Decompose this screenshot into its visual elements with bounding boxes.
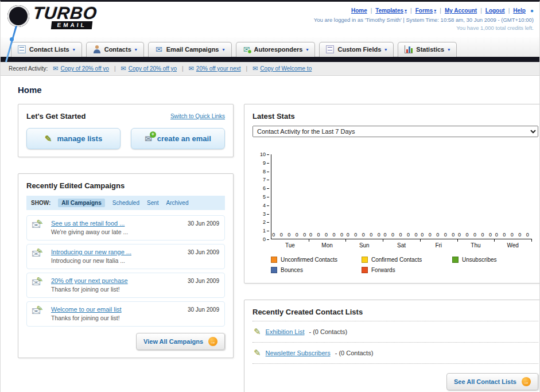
envelope-pencil-icon: ✉✎ (32, 306, 45, 317)
separator: | (182, 65, 184, 72)
envelope-icon: ✉ (189, 65, 194, 72)
envelope-icon: ✉ (121, 65, 126, 72)
pencil-icon: ✎ (254, 327, 261, 337)
separator: | (508, 7, 510, 14)
app-logo: TURBO EMAIL (7, 5, 97, 35)
top-link-my-account[interactable]: My Account (445, 7, 477, 14)
latest-stats-panel: Latest Stats Contact Activity for the La… (244, 104, 540, 284)
contact-lists-items: ✎ Exhibition List - (0 Contacts) ✎ Newsl… (252, 321, 538, 364)
tab-sent[interactable]: Sent (147, 200, 159, 206)
campaigns-panel: Recently Edited Campaigns SHOW: All Camp… (18, 173, 234, 358)
nav-tab-contact-lists[interactable]: Contact Lists ▾ (11, 42, 82, 57)
campaign-date: 30 Jun 2009 (188, 306, 219, 313)
login-info: You are logged in as 'Timothy Smith' | S… (314, 17, 534, 23)
page-title: Home (18, 85, 522, 95)
chart-group: 0 0 0 0 0Tue (271, 154, 309, 239)
recent-activity-item[interactable]: ✉ Copy of 20% off yo (53, 65, 109, 72)
contact-lists-title: Recently Created Contact Lists (252, 308, 538, 316)
nav-tab-statistics[interactable]: Statistics ▾ (398, 42, 457, 57)
chart-group: 0 0 0 0 0Sat (383, 154, 420, 239)
top-link-logout[interactable]: Logout (485, 7, 505, 14)
envelope-pencil-icon: ✉✎ (32, 220, 45, 231)
logo-sub: EMAIL (51, 21, 93, 29)
legend-item: Unconfirmed Contacts (271, 257, 357, 263)
campaign-row: ✉✎ Welcome to our email list Thanks for … (26, 301, 225, 327)
campaign-link[interactable]: 20% off your next purchase (51, 277, 128, 284)
chart-group: 0 0 0 0 0Sun (345, 154, 383, 239)
tab-all-campaigns[interactable]: All Campaigns (58, 199, 104, 207)
envelope-pencil-icon: ✉✎ (32, 249, 45, 260)
campaigns-filter-bar: SHOW: All Campaigns Scheduled Sent Archi… (26, 196, 225, 210)
arrow-right-icon: → (522, 377, 531, 386)
contact-lists-icon (18, 45, 26, 53)
legend-item: Confirmed Contacts (362, 257, 448, 263)
create-email-button[interactable]: ✉+ create an email (131, 128, 225, 149)
contacts-icon (93, 45, 101, 53)
logo-main: TURBO (32, 5, 98, 21)
chevron-down-icon: ▾ (222, 47, 224, 52)
recent-activity-item[interactable]: ✉ Copy of Welcome to (252, 65, 312, 72)
campaign-link[interactable]: See us at the retail food ... (51, 220, 125, 227)
chart-group: 0 0 0 0 0Fri (420, 154, 457, 239)
campaign-subtitle: Thanks for joining our list! (51, 315, 122, 321)
top-link-forms[interactable]: Forms▾ (415, 7, 437, 14)
envelope-icon: ✉ (53, 65, 58, 72)
campaign-subtitle: Thanks for joining our list! (51, 286, 128, 293)
view-all-campaigns-button[interactable]: View All Campaigns → (136, 333, 225, 350)
contact-list-link[interactable]: Newsletter Subscribers (266, 350, 331, 356)
tab-archived[interactable]: Archived (166, 200, 189, 206)
latest-stats-title: Latest Stats (252, 112, 538, 121)
envelope-plus-icon: ✉+ (145, 134, 152, 144)
recent-activity-bar: Recent Activity: ✉ Copy of 20% off yo | … (1, 62, 539, 76)
tab-scheduled[interactable]: Scheduled (112, 200, 139, 206)
recent-activity-item[interactable]: ✉ 20% off your next (189, 65, 241, 72)
main-content: Home Let's Get Started Switch to Quick L… (1, 76, 539, 392)
nav-tab-email-campaigns[interactable]: ✉ Email Campaigns ▾ (148, 42, 232, 57)
top-links: Home | Templates▾ | Forms▾ | My Account … (314, 7, 534, 14)
legend-item: Bounces (271, 267, 357, 273)
speedometer-icon (7, 5, 29, 27)
campaign-date: 30 Jun 2009 (188, 278, 219, 284)
top-link-home[interactable]: Home (351, 7, 367, 14)
chevron-down-icon: ▾ (405, 8, 407, 13)
separator: | (480, 7, 482, 14)
contact-activity-chart: 109876543210 0 0 0 0 0Tue0 0 0 0 0Mon0 0… (271, 154, 531, 239)
chevron-down-icon: ▾ (384, 47, 387, 52)
custom-fields-icon (326, 45, 334, 53)
header: TURBO EMAIL Home | Templates▾ | Forms▾ |… (1, 2, 539, 37)
chart-legend: Unconfirmed ContactsConfirmed ContactsUn… (271, 257, 538, 273)
campaign-row: ✉✎ Introducing our new range ... Introdu… (26, 244, 225, 269)
chevron-down-icon: ▾ (448, 47, 450, 52)
credits-info: You have 1,000 total credits left. (314, 25, 534, 31)
chevron-down-icon: ▾ (306, 47, 308, 52)
switch-quick-links-link[interactable]: Switch to Quick Links (170, 113, 225, 119)
top-link-templates[interactable]: Templates▾ (375, 7, 407, 14)
envelope-pencil-icon: ✉✎ (32, 277, 45, 289)
stats-range-select[interactable]: Contact Activity for the Last 7 Days (252, 126, 538, 137)
chevron-down-icon: ▾ (73, 47, 75, 52)
nav-divider-bar (1, 57, 539, 62)
header-right: Home | Templates▾ | Forms▾ | My Account … (314, 5, 534, 35)
nav-tab-custom-fields[interactable]: Custom Fields ▾ (319, 42, 394, 57)
top-link-help[interactable]: Help (513, 7, 526, 14)
chart-groups: 0 0 0 0 0Tue0 0 0 0 0Mon0 0 0 0 0Sun0 0 … (271, 154, 531, 239)
contact-lists-panel: Recently Created Contact Lists ✎ Exhibit… (244, 300, 540, 392)
contact-list-link[interactable]: Exhibition List (266, 328, 305, 335)
chart-group: 0 0 0 0 0Mon (309, 154, 346, 239)
campaign-subtitle: Introducing our new Italia ... (51, 257, 131, 264)
nav-tab-autoresponders[interactable]: ✉ Autoresponders ▾ (236, 42, 316, 57)
show-label: SHOW: (31, 200, 50, 206)
separator: | (114, 65, 116, 72)
recent-activity-item[interactable]: ✉ Copy of 20% off yo (121, 65, 177, 72)
arrow-right-icon: → (208, 337, 217, 346)
nav-tab-contacts[interactable]: Contacts ▾ (86, 42, 144, 57)
campaign-link[interactable]: Introducing our new range ... (51, 249, 131, 255)
chart-group: 0 0 0 0 0Wed (494, 154, 531, 239)
statistics-icon (405, 45, 413, 53)
campaign-date: 30 Jun 2009 (188, 220, 219, 227)
see-all-contact-lists-button[interactable]: See All Contact Lists → (446, 373, 538, 390)
campaign-date: 30 Jun 2009 (188, 249, 219, 255)
manage-lists-button[interactable]: ✎ manage lists (26, 128, 121, 149)
campaign-link[interactable]: Welcome to our email list (51, 306, 122, 313)
contact-list-count: - (0 Contacts) (335, 350, 374, 356)
